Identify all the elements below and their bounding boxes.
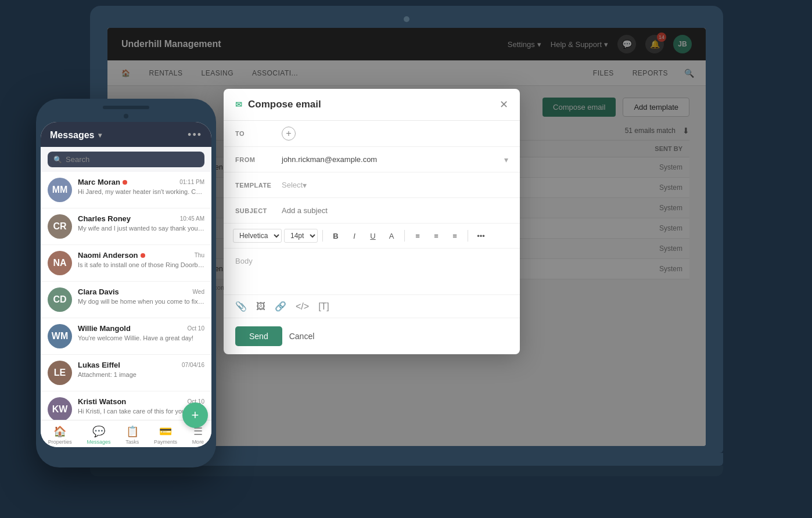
email-icon: ✉ <box>235 100 242 109</box>
template-placeholder[interactable]: Select <box>282 181 303 189</box>
avatar-marc-moran: MM <box>48 178 72 202</box>
toolbar-separator <box>404 230 405 242</box>
underline-button[interactable]: U <box>365 228 381 243</box>
unread-indicator <box>123 180 127 185</box>
search-placeholder: Search <box>66 155 89 164</box>
phone-screen: Messages ▾ ••• 🔍 Search MM Marc Moran <box>41 122 211 447</box>
tasks-icon: 📋 <box>126 425 139 438</box>
message-item-clara-davis[interactable]: CD Clara Davis Wed My dog will be home w… <box>41 282 211 318</box>
message-item-lukas-eiffel[interactable]: LE Lukas Eiffel 07/04/16 Attachment: 1 i… <box>41 355 211 391</box>
to-add-button[interactable]: + <box>282 127 296 141</box>
font-selector[interactable]: Helvetica <box>233 229 282 243</box>
fab-compose-button[interactable]: + <box>182 402 208 428</box>
attachment-row: 📎 🖼 🔗 </> [T] <box>224 295 520 318</box>
cancel-button[interactable]: Cancel <box>289 332 315 341</box>
contact-name: Kristi Watson <box>78 397 126 406</box>
nav-payments[interactable]: 💳 Payments <box>154 425 177 445</box>
nav-messages[interactable]: 💬 Messages <box>87 425 111 445</box>
toolbar-separator <box>468 230 468 242</box>
messages-icon: 💬 <box>92 425 105 438</box>
phone-notch <box>103 106 149 109</box>
image-icon[interactable]: 🖼 <box>256 301 265 312</box>
nav-more[interactable]: ☰ More <box>192 425 204 445</box>
subject-field: SUBJECT <box>224 198 520 224</box>
link-icon[interactable]: 🔗 <box>275 301 286 312</box>
to-field: TO + <box>224 121 520 147</box>
messages-title: Messages ▾ <box>50 130 102 141</box>
from-value: john.rickman@example.com <box>282 155 504 164</box>
subject-input[interactable] <box>282 206 508 215</box>
body-placeholder: Body <box>235 257 253 265</box>
toolbar-separator <box>322 230 323 242</box>
phone-camera <box>124 114 128 118</box>
from-field: FROM john.rickman@example.com ▾ <box>224 147 520 172</box>
more-options-button[interactable]: ••• <box>473 228 489 243</box>
phone-outer: Messages ▾ ••• 🔍 Search MM Marc Moran <box>36 99 216 467</box>
nav-properties[interactable]: 🏠 Properties <box>48 425 72 445</box>
send-button[interactable]: Send <box>235 326 282 346</box>
modal-footer: Send Cancel <box>224 318 520 354</box>
avatar-lukas-eiffel: LE <box>48 361 72 385</box>
modal-close-button[interactable]: ✕ <box>500 98 508 111</box>
message-item-willie-mangold[interactable]: WM Willie Mangold Oct 10 You're welcome … <box>41 318 211 355</box>
phone-messages-list: MM Marc Moran 01:11 PM Hi Jared, my wate… <box>41 172 211 420</box>
unread-indicator <box>141 253 145 258</box>
avatar-clara-davis: CD <box>48 287 72 312</box>
bullet-list-button[interactable]: ≡ <box>409 228 426 243</box>
align-button[interactable]: ≡ <box>447 228 463 243</box>
message-item-charles-roney[interactable]: CR Charles Roney 10:45 AM My wife and I … <box>41 208 211 245</box>
message-item-marc-moran[interactable]: MM Marc Moran 01:11 PM Hi Jared, my wate… <box>41 172 211 208</box>
bold-button[interactable]: B <box>328 228 344 243</box>
size-selector[interactable]: 14pt <box>284 229 318 243</box>
contact-name: Charles Roney <box>78 214 131 223</box>
avatar-willie-mangold: WM <box>48 324 72 348</box>
home-icon: 🏠 <box>53 425 66 438</box>
text-toolbar: Helvetica 14pt B I U A ≡ ≡ ≡ <box>224 224 520 249</box>
laptop-camera <box>404 16 409 22</box>
contact-name: Marc Moran <box>78 178 127 186</box>
modal-header: ✉ Compose email ✕ <box>224 89 520 121</box>
payments-icon: 💳 <box>159 425 172 438</box>
avatar-naomi-anderson: NA <box>48 251 72 275</box>
nav-tasks[interactable]: 📋 Tasks <box>125 425 139 445</box>
ordered-list-button[interactable]: ≡ <box>428 228 444 243</box>
chevron-down-icon: ▾ <box>98 131 102 139</box>
search-icon: 🔍 <box>53 156 62 164</box>
avatar-charles-roney: CR <box>48 214 72 239</box>
message-item-naomi-anderson[interactable]: NA Naomi Anderson Thu Is it safe to inst… <box>41 245 211 282</box>
template-icon[interactable]: [T] <box>318 301 329 312</box>
compose-modal: ✉ Compose email ✕ TO + FROM john.rickman… <box>224 89 520 354</box>
phone-search-bar[interactable]: 🔍 Search <box>48 152 204 167</box>
phone-app-header: Messages ▾ ••• <box>41 122 211 147</box>
contact-name: Willie Mangold <box>78 324 131 333</box>
more-options-button[interactable]: ••• <box>188 129 202 141</box>
contact-name: Lukas Eiffel <box>78 361 120 369</box>
contact-name: Clara Davis <box>78 287 119 296</box>
phone-device: Messages ▾ ••• 🔍 Search MM Marc Moran <box>36 99 216 470</box>
text-color-button[interactable]: A <box>383 228 400 243</box>
contact-name: Naomi Anderson <box>78 251 145 260</box>
avatar-kristi-watson: KW <box>48 397 72 420</box>
paperclip-icon[interactable]: 📎 <box>235 301 247 312</box>
modal-title: ✉ Compose email <box>235 99 321 110</box>
code-icon[interactable]: </> <box>296 301 309 312</box>
template-field: TEMPLATE Select ▾ <box>224 172 520 198</box>
from-dropdown-icon[interactable]: ▾ <box>504 155 508 164</box>
italic-button[interactable]: I <box>346 228 362 243</box>
template-dropdown-icon[interactable]: ▾ <box>303 181 307 190</box>
body-area[interactable]: Body <box>224 249 520 295</box>
